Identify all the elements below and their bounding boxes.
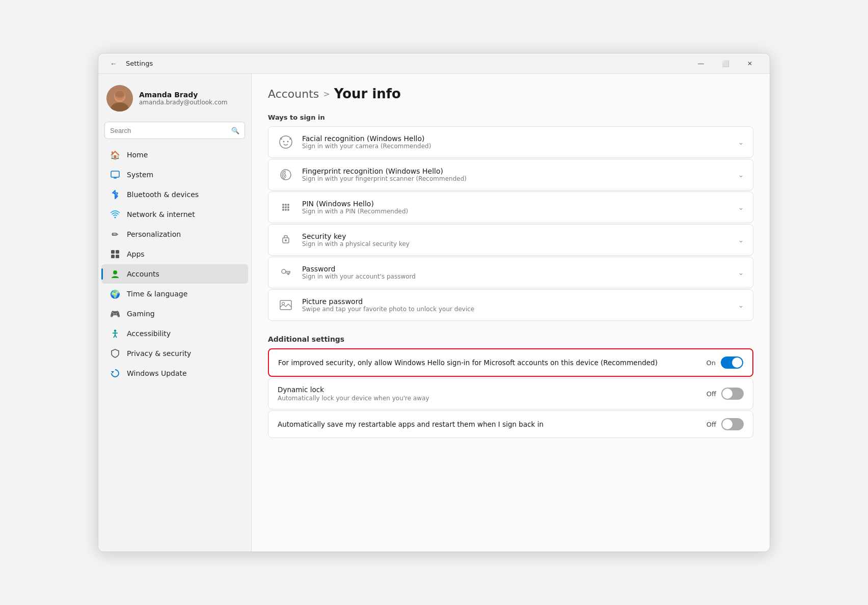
- sidebar-item-bluetooth[interactable]: Bluetooth & devices: [101, 185, 248, 204]
- sign-in-name: PIN (Windows Hello): [302, 200, 738, 208]
- sign-in-item-picture-password[interactable]: Picture password Swipe and tap your favo…: [268, 289, 753, 321]
- system-icon: [110, 169, 121, 180]
- chevron-down-icon: ⌄: [738, 301, 744, 309]
- time-icon: 🌍: [110, 288, 121, 299]
- svg-rect-8: [111, 250, 115, 254]
- settings-item-windows-hello-only[interactable]: For improved security, only allow Window…: [268, 348, 753, 377]
- sign-in-item-security-key[interactable]: Security key Sign in with a physical sec…: [268, 224, 753, 256]
- sidebar-item-accounts[interactable]: Accounts: [101, 264, 248, 284]
- settings-item-name: For improved security, only allow Window…: [278, 359, 707, 367]
- breadcrumb-separator: >: [323, 89, 330, 99]
- sign-in-item-facial[interactable]: Facial recognition (Windows Hello) Sign …: [268, 126, 753, 158]
- settings-item-dynamic-lock[interactable]: Dynamic lock Automatically lock your dev…: [268, 378, 753, 409]
- sidebar-item-update[interactable]: Windows Update: [101, 364, 248, 383]
- breadcrumb-current: Your info: [334, 86, 401, 101]
- svg-point-13: [114, 329, 116, 332]
- svg-point-20: [283, 141, 285, 143]
- sidebar-item-label: Accessibility: [127, 329, 171, 338]
- breadcrumb: Accounts > Your info: [268, 86, 753, 101]
- sign-in-desc: Sign in with your account's password: [302, 273, 738, 280]
- additional-settings-title: Additional settings: [268, 335, 753, 343]
- svg-point-23: [285, 204, 287, 206]
- svg-point-19: [280, 136, 292, 148]
- sidebar: Amanda Brady amanda.brady@outlook.com 🔍 …: [98, 74, 251, 552]
- pin-icon: [278, 199, 294, 215]
- search-input[interactable]: [110, 127, 231, 134]
- toggle-label: Off: [707, 421, 716, 428]
- settings-item-text: Dynamic lock Automatically lock your dev…: [278, 386, 707, 402]
- update-icon: [110, 368, 121, 379]
- fingerprint-icon: [278, 167, 294, 183]
- sign-in-item-fingerprint[interactable]: Fingerprint recognition (Windows Hello) …: [268, 159, 753, 190]
- apps-icon: [110, 249, 121, 260]
- network-icon: [110, 209, 121, 220]
- chevron-down-icon: ⌄: [738, 139, 744, 146]
- sidebar-item-system[interactable]: System: [101, 165, 248, 184]
- facial-recognition-icon: [278, 134, 294, 150]
- main-content: Accounts > Your info Ways to sign in Fac…: [251, 74, 770, 552]
- svg-rect-10: [111, 255, 115, 258]
- settings-item-auto-save-apps[interactable]: Automatically save my restartable apps a…: [268, 410, 753, 438]
- breadcrumb-parent: Accounts: [268, 88, 319, 100]
- sidebar-item-gaming[interactable]: 🎮 Gaming: [101, 304, 248, 323]
- sidebar-item-apps[interactable]: Apps: [101, 244, 248, 264]
- password-icon: [278, 264, 294, 281]
- sidebar-item-privacy[interactable]: Privacy & security: [101, 344, 248, 363]
- svg-point-28: [282, 209, 284, 211]
- minimize-button[interactable]: —: [689, 56, 713, 72]
- toggle-thumb: [732, 358, 742, 368]
- sign-in-desc: Sign in with your camera (Recommended): [302, 143, 738, 150]
- sign-in-text-facial: Facial recognition (Windows Hello) Sign …: [302, 134, 738, 150]
- sign-in-desc: Sign in with a physical security key: [302, 240, 738, 248]
- svg-point-33: [282, 269, 286, 273]
- toggle-area-auto-save: Off: [707, 418, 744, 430]
- sidebar-item-home[interactable]: 🏠 Home: [101, 145, 248, 164]
- svg-point-30: [287, 209, 289, 211]
- svg-point-21: [287, 141, 289, 143]
- sidebar-item-network[interactable]: Network & internet: [101, 205, 248, 224]
- chevron-down-icon: ⌄: [738, 269, 744, 277]
- svg-point-32: [285, 239, 287, 241]
- sign-in-name: Fingerprint recognition (Windows Hello): [302, 167, 738, 175]
- content-area: Amanda Brady amanda.brady@outlook.com 🔍 …: [98, 74, 770, 552]
- sidebar-item-personalization[interactable]: ✏️ Personalization: [101, 225, 248, 244]
- sign-in-text-picture-password: Picture password Swipe and tap your favo…: [302, 297, 738, 313]
- sign-in-item-password[interactable]: Password Sign in with your account's pas…: [268, 257, 753, 288]
- sidebar-item-time[interactable]: 🌍 Time & language: [101, 284, 248, 304]
- sidebar-item-label: Windows Update: [127, 369, 187, 377]
- chevron-down-icon: ⌄: [738, 171, 744, 179]
- user-email: amanda.brady@outlook.com: [139, 99, 227, 106]
- close-button[interactable]: ✕: [738, 56, 762, 72]
- settings-item-text: For improved security, only allow Window…: [278, 359, 707, 367]
- toggle-area-dynamic-lock: Off: [707, 388, 744, 400]
- toggle-thumb: [722, 389, 733, 399]
- sign-in-item-pin[interactable]: PIN (Windows Hello) Sign in with a PIN (…: [268, 191, 753, 223]
- sign-in-name: Picture password: [302, 297, 738, 306]
- svg-point-25: [282, 206, 284, 208]
- picture-password-icon: [278, 297, 294, 313]
- sign-in-name: Password: [302, 265, 738, 273]
- window-controls: — ⬜ ✕: [689, 56, 762, 72]
- back-button[interactable]: ←: [106, 57, 121, 71]
- search-icon: 🔍: [231, 127, 239, 134]
- titlebar: ← Settings — ⬜ ✕: [98, 53, 770, 74]
- search-box[interactable]: 🔍: [104, 122, 245, 139]
- sign-in-text-fingerprint: Fingerprint recognition (Windows Hello) …: [302, 167, 738, 182]
- sidebar-item-accessibility[interactable]: Accessibility: [101, 324, 248, 343]
- svg-rect-6: [114, 178, 117, 179]
- toggle-windows-hello[interactable]: [721, 356, 743, 369]
- sidebar-item-label: Bluetooth & devices: [127, 190, 199, 199]
- svg-point-7: [115, 217, 116, 218]
- home-icon: 🏠: [110, 149, 121, 160]
- svg-point-4: [115, 91, 124, 98]
- user-profile: Amanda Brady amanda.brady@outlook.com: [98, 80, 251, 122]
- svg-point-29: [285, 209, 287, 211]
- toggle-dynamic-lock[interactable]: [721, 388, 744, 400]
- sidebar-item-label: Privacy & security: [127, 349, 191, 358]
- svg-point-27: [287, 206, 289, 208]
- maximize-button[interactable]: ⬜: [714, 56, 737, 72]
- sidebar-item-label: Gaming: [127, 310, 155, 318]
- toggle-auto-save[interactable]: [721, 418, 744, 430]
- sign-in-desc: Sign in with your fingerprint scanner (R…: [302, 175, 738, 182]
- settings-item-name: Dynamic lock: [278, 386, 707, 394]
